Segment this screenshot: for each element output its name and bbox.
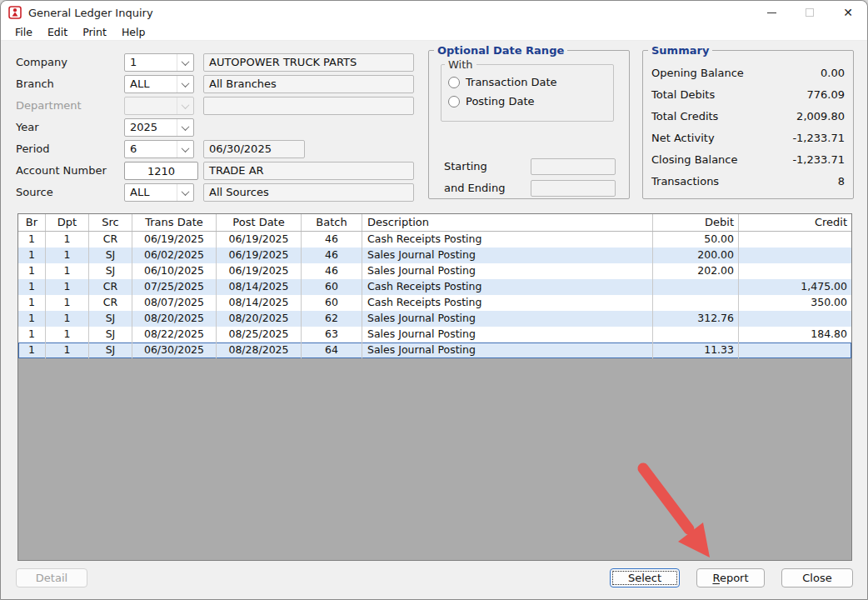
table-cell: CR [89,279,132,295]
close-action-button[interactable]: Close [781,568,853,588]
column-header-src[interactable]: Src [89,214,132,231]
maximize-icon [806,8,814,17]
column-header-br[interactable]: Br [18,214,46,231]
year-label: Year [16,118,39,137]
table-row[interactable]: 11SJ06/30/202508/28/202564Sales Journal … [18,342,851,358]
table-cell: 312.76 [653,311,739,327]
summary-net-activity: Net Activity-1,233.71 [651,132,845,144]
table-cell: 1 [46,342,89,358]
table-cell: Sales Journal Posting [362,342,653,358]
table-cell: 63 [302,327,362,342]
table-cell: 60 [302,279,362,295]
ending-date-input[interactable] [531,180,616,197]
column-header-dpt[interactable]: Dpt [46,214,89,231]
table-cell: 50.00 [653,232,739,248]
source-combobox[interactable]: ALL [124,183,194,202]
table-cell: 06/10/2025 [132,263,217,279]
report-button[interactable]: Report [696,568,765,588]
column-header-trans-date[interactable]: Trans Date [132,214,217,231]
chevron-down-icon[interactable] [177,119,193,136]
table-row[interactable]: 11SJ08/22/202508/25/202563Sales Journal … [18,327,851,342]
period-label: Period [16,140,50,158]
table-cell [739,342,851,358]
column-header-post-date[interactable]: Post Date [217,214,302,231]
posting-date-radio[interactable]: Posting Date [448,95,613,108]
table-cell: 06/19/2025 [217,263,302,279]
table-cell: 46 [302,248,362,263]
table-cell: 1 [18,311,46,327]
department-label: Department [16,97,82,115]
company-value: 1 [125,54,177,71]
table-cell: 60 [302,295,362,311]
table-cell: CR [89,295,132,311]
maximize-button[interactable] [791,1,829,24]
radio-icon [448,77,460,88]
transaction-date-radio[interactable]: Transaction Date [448,76,613,88]
branch-description-field: All Branches [203,75,414,93]
source-description-field: All Sources [203,183,414,202]
source-label: Source [16,183,53,202]
table-row[interactable]: 11CR08/07/202508/14/202560Cash Receipts … [18,295,851,311]
select-button[interactable]: Select [610,568,680,588]
table-cell: 08/14/2025 [217,295,302,311]
period-end-date-field: 06/30/2025 [203,140,305,158]
table-cell: SJ [89,327,132,342]
with-group: With Transaction Date Posting Date [441,58,614,122]
column-header-credit[interactable]: Credit [739,214,851,231]
chevron-down-icon[interactable] [177,184,193,201]
chevron-down-icon[interactable] [177,76,193,92]
account-number-input[interactable] [124,162,198,180]
column-header-batch[interactable]: Batch [302,214,362,231]
menu-file[interactable]: File [7,25,40,39]
transactions-body: 11CR06/19/202506/19/202546Cash Receipts … [18,232,851,358]
menu-print[interactable]: Print [75,25,114,39]
period-combobox[interactable]: 6 [124,140,194,158]
table-cell: 06/19/2025 [217,248,302,263]
table-row[interactable]: 11SJ06/10/202506/19/202546Sales Journal … [18,263,851,279]
detail-button[interactable]: Detail [16,568,87,588]
table-cell: 46 [302,232,362,248]
table-cell: 1,475.00 [739,279,851,295]
branch-combobox[interactable]: ALL [124,75,194,93]
table-cell: Cash Receipts Posting [362,295,653,311]
year-combobox[interactable]: 2025 [124,118,194,137]
summary-total-debits: Total Debits776.09 [651,88,845,101]
column-header-description[interactable]: Description [362,214,653,231]
with-label: With [445,58,476,71]
table-cell: 200.00 [653,248,739,263]
chevron-down-icon[interactable] [177,54,193,71]
table-row[interactable]: 11SJ08/20/202508/20/202562Sales Journal … [18,311,851,327]
table-cell: 1 [18,248,46,263]
table-cell: 08/22/2025 [132,327,217,342]
close-button[interactable]: ✕ [829,1,867,24]
summary-closing-balance: Closing Balance-1,233.71 [651,153,845,166]
chevron-down-icon[interactable] [177,141,193,158]
table-cell: 1 [46,295,89,311]
table-cell: 1 [46,279,89,295]
table-cell: 1 [46,232,89,248]
table-cell: Sales Journal Posting [362,311,653,327]
table-row[interactable]: 11CR06/19/202506/19/202546Cash Receipts … [18,232,851,248]
period-value: 6 [125,141,177,158]
column-header-debit[interactable]: Debit [653,214,739,231]
account-description-field: TRADE AR [203,162,414,180]
table-cell: 1 [18,327,46,342]
table-cell: 1 [18,342,46,358]
department-combobox [124,97,194,115]
table-cell: SJ [89,248,132,263]
table-row[interactable]: 11CR07/25/202508/14/202560Cash Receipts … [18,279,851,295]
company-combobox[interactable]: 1 [124,53,194,72]
summary-group: Summary Opening Balance0.00 Total Debits… [642,44,854,199]
table-cell [653,295,739,311]
menu-help[interactable]: Help [114,25,153,39]
minimize-button[interactable] [752,1,791,24]
table-cell: SJ [89,263,132,279]
starting-date-input[interactable] [531,158,616,175]
table-cell: Cash Receipts Posting [362,232,653,248]
table-cell: 350.00 [739,295,851,311]
table-cell: 46 [302,263,362,279]
table-cell: 1 [46,248,89,263]
menu-edit[interactable]: Edit [40,25,75,39]
table-cell: Sales Journal Posting [362,248,653,263]
table-row[interactable]: 11SJ06/02/202506/19/202546Sales Journal … [18,248,851,263]
